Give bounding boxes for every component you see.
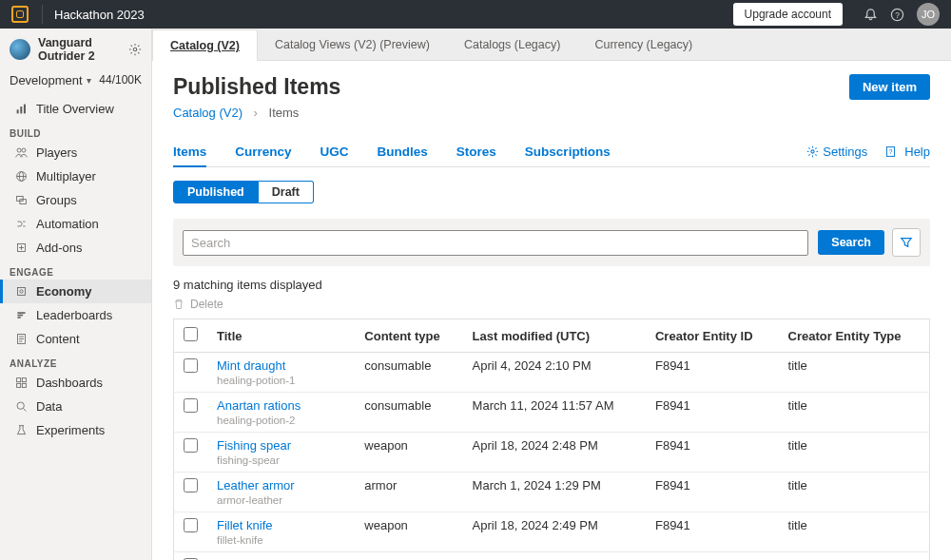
- svg-rect-15: [17, 312, 25, 314]
- result-count: 9 matching items displayed: [173, 278, 930, 292]
- subtab-currency[interactable]: Currency: [235, 137, 291, 166]
- item-subtitle: fishing-spear: [217, 454, 345, 466]
- col-title[interactable]: Title: [207, 319, 355, 353]
- help-icon[interactable]: ?: [884, 2, 909, 27]
- subtab-stores[interactable]: Stores: [456, 137, 496, 166]
- item-subtitle: armor-leather: [217, 494, 345, 506]
- pill-draft[interactable]: Draft: [259, 181, 314, 203]
- breadcrumb-current: Items: [269, 106, 300, 120]
- players-icon: [13, 146, 29, 159]
- search-input[interactable]: [183, 230, 808, 256]
- row-checkbox[interactable]: [184, 358, 198, 373]
- pill-published[interactable]: Published: [173, 181, 259, 203]
- tab-catalog-views-v2[interactable]: Catalog Views (V2) (Preview): [258, 29, 447, 60]
- sidebar-item-label: Content: [36, 332, 80, 346]
- tab-catalogs-legacy[interactable]: Catalogs (Legacy): [447, 29, 577, 60]
- sidebar-item-leaderboards[interactable]: Leaderboards: [0, 303, 151, 327]
- sidebar-item-dashboards[interactable]: Dashboards: [0, 371, 151, 395]
- chevron-right-icon: ›: [254, 106, 258, 120]
- sidebar-item-label: Add-ons: [36, 241, 82, 255]
- svg-point-2: [133, 48, 137, 52]
- svg-rect-13: [17, 287, 25, 295]
- cell-content-type: weapon: [355, 433, 462, 473]
- cell-content-type: armor: [355, 473, 462, 512]
- table-row: Mint draughthealing-potion-1consumableAp…: [174, 353, 930, 393]
- chart-icon: [13, 103, 29, 115]
- sidebar-item-automation[interactable]: Automation: [0, 212, 151, 236]
- sidebar-item-experiments[interactable]: Experiments: [0, 418, 151, 442]
- subtab-items[interactable]: Items: [173, 137, 206, 166]
- sidebar-item-players[interactable]: Players: [0, 141, 151, 164]
- svg-point-23: [17, 402, 24, 409]
- environment-selector[interactable]: Development ▾ 44/100K: [0, 69, 151, 97]
- topbar: Hackathon 2023 Upgrade account ? JO: [0, 0, 951, 29]
- row-checkbox[interactable]: [184, 478, 198, 492]
- cell-creator-type: title: [779, 433, 930, 473]
- settings-link[interactable]: Settings: [806, 145, 867, 159]
- sidebar-item-label: Title Overview: [36, 102, 114, 116]
- search-bar: Search: [173, 219, 930, 266]
- item-title-link[interactable]: Mint draught: [217, 358, 345, 373]
- row-checkbox[interactable]: [184, 398, 198, 413]
- item-subtitle: fillet-knife: [217, 534, 345, 546]
- trash-icon: [173, 299, 184, 310]
- settings-label: Settings: [823, 145, 867, 159]
- subtab-bundles[interactable]: Bundles: [378, 137, 428, 166]
- tab-catalog-v2[interactable]: Catalog (V2): [152, 29, 258, 61]
- sidebar-item-multiplayer[interactable]: Multiplayer: [0, 164, 151, 188]
- status-pill-group: Published Draft: [173, 181, 930, 203]
- item-title-link[interactable]: Fishing spear: [217, 438, 345, 453]
- item-title-link[interactable]: Anartan rations: [217, 398, 345, 413]
- main-panel: Catalog (V2) Catalog Views (V2) (Preview…: [152, 29, 951, 560]
- brand-logo-icon: [11, 6, 29, 23]
- delete-action: Delete: [173, 298, 930, 311]
- cell-creator-type: title: [779, 473, 930, 512]
- user-avatar[interactable]: JO: [917, 3, 940, 26]
- dashboards-icon: [13, 377, 29, 389]
- sidebar-item-addons[interactable]: Add-ons: [0, 236, 151, 260]
- cell-creator-type: title: [779, 353, 930, 393]
- sidebar-item-groups[interactable]: Groups: [0, 188, 151, 212]
- search-button[interactable]: Search: [818, 230, 884, 255]
- upgrade-account-button[interactable]: Upgrade account: [733, 3, 843, 26]
- table-row: Anartan rationshealing-potion-2consumabl…: [174, 393, 930, 433]
- delete-label: Delete: [190, 298, 223, 311]
- col-creator-id[interactable]: Creator Entity ID: [646, 319, 779, 353]
- item-subtitle: healing-potion-1: [217, 375, 345, 386]
- subtab-subscriptions[interactable]: Subscriptions: [525, 137, 611, 166]
- workspace-title: Hackathon 2023: [54, 8, 145, 22]
- top-tabstrip: Catalog (V2) Catalog Views (V2) (Preview…: [152, 29, 951, 61]
- notifications-icon[interactable]: [858, 2, 883, 27]
- subtab-ugc[interactable]: UGC: [320, 137, 349, 166]
- select-all-checkbox[interactable]: [184, 327, 198, 341]
- sidebar-section-build: BUILD: [0, 121, 151, 141]
- data-icon: [13, 400, 29, 413]
- sidebar-item-label: Players: [36, 145, 77, 160]
- breadcrumb: Catalog (V2) › Items: [173, 106, 930, 120]
- col-last-modified[interactable]: Last modified (UTC): [463, 319, 646, 353]
- tab-currency-legacy[interactable]: Currency (Legacy): [577, 29, 709, 60]
- cell-creator-id: F8941: [646, 353, 779, 393]
- new-item-button[interactable]: New item: [849, 74, 930, 100]
- cell-creator-id: F8941: [646, 393, 779, 433]
- sidebar-item-data[interactable]: Data: [0, 395, 151, 418]
- help-link[interactable]: ? Help: [884, 145, 930, 159]
- project-settings-gear-icon[interactable]: [128, 43, 142, 56]
- cell-creator-id: F8941: [646, 552, 779, 561]
- groups-icon: [13, 194, 29, 206]
- col-content-type[interactable]: Content type: [355, 319, 462, 353]
- item-title-link[interactable]: Fillet knife: [217, 518, 345, 532]
- col-creator-type[interactable]: Creator Entity Type: [779, 319, 930, 353]
- filter-button[interactable]: [892, 228, 921, 257]
- item-title-link[interactable]: Leather armor: [217, 478, 345, 492]
- row-checkbox[interactable]: [184, 518, 198, 532]
- sidebar-item-economy[interactable]: Economy: [0, 280, 151, 303]
- row-checkbox[interactable]: [184, 438, 198, 453]
- sidebar-item-label: Groups: [36, 193, 77, 207]
- project-icon: [10, 39, 30, 60]
- cell-creator-id: F8941: [646, 473, 779, 512]
- svg-text:?: ?: [895, 10, 900, 19]
- breadcrumb-catalog[interactable]: Catalog (V2): [173, 106, 243, 120]
- sidebar-item-content[interactable]: Content: [0, 327, 151, 351]
- sidebar-item-title-overview[interactable]: Title Overview: [0, 97, 151, 121]
